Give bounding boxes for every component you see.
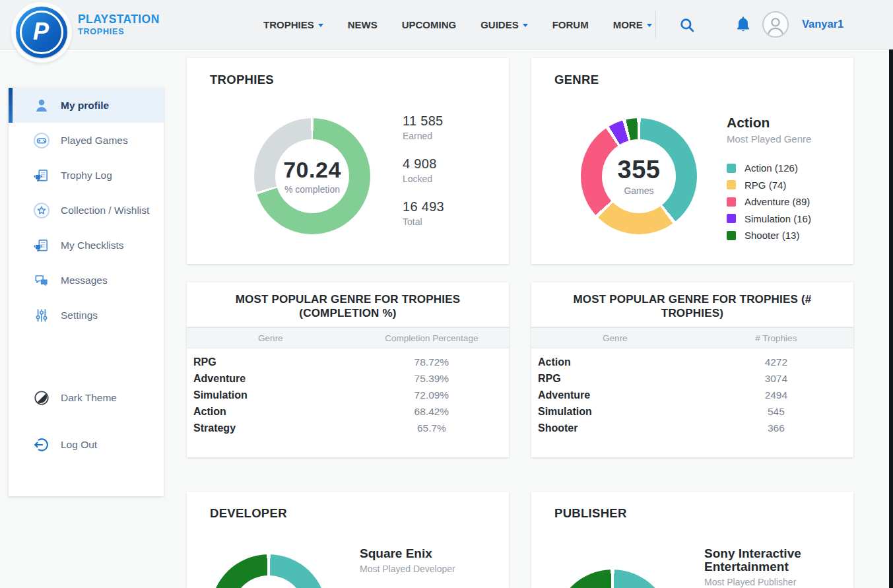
- publisher-card: PUBLISHER Sony Interactive Entertainment…: [531, 492, 853, 588]
- stat-earned: 11 585 Earned: [403, 114, 444, 141]
- publisher-card-title: PUBLISHER: [554, 506, 627, 521]
- publisher-donut-chart: [554, 570, 671, 588]
- scrollbar[interactable]: [889, 49, 893, 588]
- stat-total: 16 493 Total: [403, 199, 444, 227]
- developer-donut-chart: [211, 554, 327, 588]
- most-played-publisher: Sony Interactive Entertainment Most Play…: [704, 547, 853, 587]
- nav-news[interactable]: NEWS: [348, 19, 378, 30]
- sidebar-item-trophy-log[interactable]: Trophy Log: [9, 158, 164, 193]
- table-row: Adventure 2494: [531, 387, 853, 403]
- column-header-genre: Genre: [187, 333, 354, 343]
- legend-item: Adventure (89): [727, 196, 811, 207]
- logout-icon: [33, 436, 50, 453]
- person-icon: [33, 97, 50, 114]
- legend-swatch: [727, 197, 736, 207]
- genre-donut-chart: 355 Games: [581, 118, 697, 234]
- table-row: Strategy 65.7%: [187, 420, 509, 436]
- nav-more[interactable]: MORE: [613, 19, 652, 30]
- table-row: Adventure 75.39%: [187, 370, 509, 387]
- most-played-developer: Square Enix Most Played Developer: [360, 547, 508, 574]
- table-row: Action 4272: [531, 354, 853, 370]
- genre-completion-table-card: MOST POPULAR GENRE FOR TROPHIES (COMPLET…: [187, 282, 509, 457]
- genre-card-title: GENRE: [554, 73, 599, 87]
- top-header: P PLAYSTATION TROPHIES TROPHIES NEWS UPC…: [0, 0, 893, 49]
- chevron-down-icon: [318, 24, 323, 27]
- trophies-card: TROPHIES 70.24 % completion 11 585 Earne…: [187, 58, 509, 264]
- sidebar: My profile Played Games Trophy Log: [9, 88, 164, 496]
- sidebar-item-played-games[interactable]: Played Games: [9, 123, 164, 158]
- trophy-stats: 11 585 Earned 4 908 Locked 16 493 Total: [403, 114, 444, 227]
- legend-item: Action (126): [727, 162, 811, 174]
- avatar[interactable]: [762, 11, 789, 38]
- most-played-genre: Action Most Played Genre: [727, 115, 811, 145]
- games-count: 355: [618, 157, 661, 182]
- table-body: RPG 78.72% Adventure 75.39% Simulation 7…: [187, 354, 509, 436]
- genre-legend: Action (126) RPG (74) Adventure (89) Sim…: [727, 162, 811, 241]
- table-row: RPG 3074: [531, 370, 853, 387]
- legend-swatch: [727, 214, 736, 223]
- dark-theme-icon: [33, 389, 50, 407]
- search-icon[interactable]: [678, 16, 696, 34]
- table-row: Shooter 366: [531, 420, 853, 436]
- gamepad-icon: [33, 132, 50, 149]
- sliders-icon: [33, 307, 50, 324]
- sidebar-item-log-out[interactable]: Log Out: [9, 427, 164, 462]
- table-row: Simulation 545: [531, 403, 853, 420]
- trophy-log-icon: [33, 167, 50, 184]
- nav-trophies[interactable]: TROPHIES: [263, 19, 323, 30]
- sidebar-item-collection-wishlist[interactable]: Collection / Wishlist: [9, 193, 164, 228]
- genre-trophy-count-table-card: MOST POPULAR GENRE FOR TROPHIES (# TROPH…: [531, 282, 853, 457]
- main-nav: TROPHIES NEWS UPCOMING GUIDES FORUM MORE: [263, 0, 652, 49]
- table-title: MOST POPULAR GENRE FOR TROPHIES (# TROPH…: [531, 292, 853, 321]
- developer-card: DEVELOPER Square Enix Most Played Develo…: [187, 492, 509, 588]
- sidebar-item-settings[interactable]: Settings: [9, 298, 164, 333]
- nav-upcoming[interactable]: UPCOMING: [402, 19, 457, 30]
- column-header-genre: Genre: [531, 333, 699, 343]
- trophies-donut-chart: 70.24 % completion: [254, 118, 370, 234]
- genre-card: GENRE 355 Games Action Most Played Genre…: [531, 58, 853, 264]
- chevron-down-icon: [647, 24, 652, 27]
- table-row: RPG 78.72%: [187, 354, 509, 370]
- logo-wordmark[interactable]: PLAYSTATION TROPHIES: [78, 14, 160, 36]
- table-title: MOST POPULAR GENRE FOR TROPHIES (COMPLET…: [187, 292, 509, 321]
- trophies-card-title: TROPHIES: [210, 73, 274, 87]
- nav-guides[interactable]: GUIDES: [480, 19, 528, 30]
- developer-card-title: DEVELOPER: [210, 506, 287, 521]
- nav-forum[interactable]: FORUM: [552, 19, 589, 30]
- site-logo[interactable]: P: [16, 7, 67, 58]
- star-icon: [33, 202, 50, 219]
- completion-percentage: 70.24: [283, 158, 341, 181]
- messages-icon: [33, 272, 50, 289]
- logo-p-icon: P: [33, 18, 49, 46]
- sidebar-item-my-checklists[interactable]: My Checklists: [9, 228, 164, 263]
- sidebar-item-dark-theme[interactable]: Dark Theme: [9, 380, 164, 415]
- table-body: Action 4272 RPG 3074 Adventure 2494 Simu…: [531, 354, 853, 436]
- legend-item: RPG (74): [727, 180, 811, 191]
- legend-item: Simulation (16): [727, 213, 811, 224]
- sidebar-item-my-profile[interactable]: My profile: [9, 88, 164, 123]
- table-row: Simulation 72.09%: [187, 387, 509, 403]
- header-divider: [655, 11, 656, 39]
- stat-locked: 4 908 Locked: [403, 156, 444, 184]
- legend-swatch: [727, 231, 736, 240]
- username[interactable]: Vanyar1: [802, 18, 843, 30]
- sidebar-item-messages[interactable]: Messages: [9, 263, 164, 298]
- table-header: Genre Completion Percentage: [187, 327, 509, 348]
- legend-swatch: [727, 164, 736, 173]
- table-header: Genre # Trophies: [531, 327, 853, 348]
- legend-swatch: [727, 180, 736, 189]
- checklist-icon: [33, 237, 50, 254]
- column-header-completion: Completion Percentage: [354, 333, 509, 343]
- bell-icon[interactable]: [734, 15, 752, 34]
- table-row: Action 68.42%: [187, 403, 509, 420]
- chevron-down-icon: [523, 24, 528, 27]
- column-header-trophies: # Trophies: [699, 333, 853, 343]
- legend-item: Shooter (13): [727, 230, 811, 241]
